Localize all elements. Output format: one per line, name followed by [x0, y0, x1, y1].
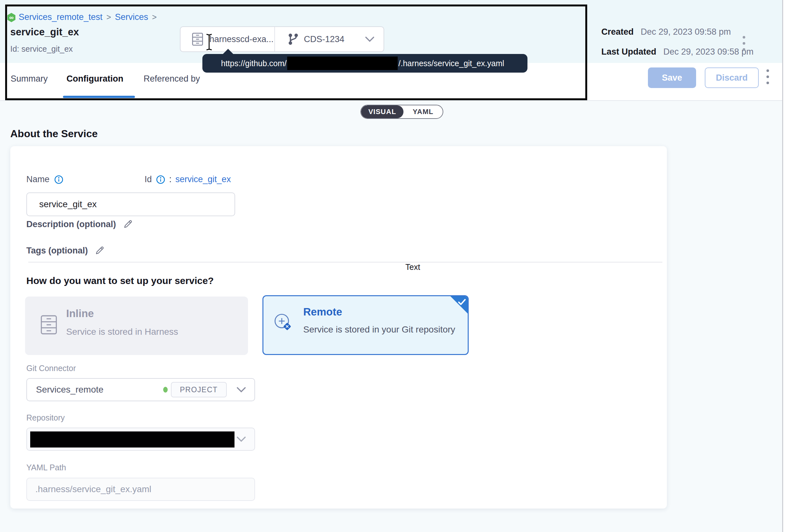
- yaml-toggle-button[interactable]: YAML: [403, 106, 443, 118]
- edit-pencil-icon[interactable]: [122, 219, 133, 230]
- repository-select[interactable]: [26, 428, 255, 451]
- discard-button[interactable]: Discard: [705, 68, 759, 88]
- tab-summary[interactable]: Summary: [11, 74, 48, 84]
- id-colon: :: [169, 174, 172, 184]
- remote-git-icon: [272, 312, 292, 332]
- inline-option-card[interactable]: Inline Service is stored in Harness: [25, 297, 248, 355]
- breadcrumb: Services_remote_test > Services >: [19, 12, 157, 22]
- remote-option-title: Remote: [303, 306, 342, 318]
- git-connector-value: Services_remote: [36, 384, 103, 395]
- toolbar-more-options-button[interactable]: [766, 70, 769, 84]
- visual-toggle-button[interactable]: VISUAL: [361, 106, 403, 118]
- last-updated-label: Last Updated: [601, 47, 656, 57]
- tab-configuration[interactable]: Configuration: [66, 74, 123, 84]
- edit-pencil-icon[interactable]: [94, 245, 105, 256]
- yaml-url-tooltip: https://github.com/ /.harness/service_gi…: [203, 54, 528, 73]
- remote-option-card[interactable]: Remote Service is stored in your Git rep…: [263, 295, 469, 355]
- repo-selector-section[interactable]: harnesscd-exa...: [180, 27, 274, 51]
- name-input[interactable]: [26, 192, 235, 216]
- created-label: Created: [601, 27, 634, 37]
- info-icon[interactable]: [156, 175, 166, 184]
- repository-label: Repository: [26, 413, 65, 422]
- scope-badge: PROJECT: [171, 382, 227, 397]
- last-updated-meta: Last Updated Dec 29, 2023 09:58 pm: [601, 47, 753, 57]
- checkmark-icon: [458, 299, 466, 305]
- text-cursor-icon: [205, 33, 213, 51]
- section-divider: [28, 262, 663, 263]
- created-meta: Created Dec 29, 2023 09:58 pm: [601, 27, 731, 37]
- id-display-row: Id : service_git_ex: [145, 174, 231, 184]
- id-label: Id: [145, 174, 152, 184]
- breadcrumb-project-link[interactable]: Services_remote_test: [19, 12, 102, 22]
- repository-icon: [191, 33, 204, 46]
- page-title: service_git_ex: [10, 26, 79, 38]
- git-connector-select[interactable]: Services_remote PROJECT: [26, 378, 255, 401]
- created-value: Dec 29, 2023 09:58 pm: [641, 27, 731, 37]
- tooltip-url-prefix: https://github.com/: [221, 59, 287, 68]
- tags-row: Tags (optional): [26, 245, 105, 256]
- setup-question-heading: How do you want to set up your service?: [26, 275, 214, 286]
- service-configuration-page: ∞ Services_remote_test > Services > serv…: [0, 0, 805, 532]
- remote-option-subtitle: Service is stored in your Git repository: [303, 324, 455, 335]
- inline-option-subtitle: Service is stored in Harness: [66, 327, 178, 337]
- name-label: Name: [26, 174, 50, 184]
- description-row: Description (optional): [26, 219, 133, 230]
- active-tab-underline: [63, 96, 135, 98]
- service-id-text: Id: service_git_ex: [10, 44, 73, 54]
- inline-storage-icon: [40, 315, 58, 335]
- last-updated-value: Dec 29, 2023 09:58 pm: [663, 47, 753, 57]
- yaml-path-label: YAML Path: [26, 463, 66, 472]
- redacted-repository-value: [30, 432, 234, 448]
- repo-name-text: harnesscd-exa...: [209, 34, 274, 44]
- description-label: Description (optional): [26, 220, 116, 229]
- yaml-path-input[interactable]: [26, 478, 255, 501]
- breadcrumb-separator-icon: >: [152, 13, 157, 22]
- save-button[interactable]: Save: [648, 68, 696, 88]
- page-right-margin: [782, 0, 805, 532]
- id-value-link[interactable]: service_git_ex: [175, 174, 231, 184]
- header-more-options-button[interactable]: [743, 36, 745, 51]
- inline-option-title: Inline: [66, 307, 94, 320]
- floating-text-label: Text: [405, 263, 420, 272]
- tooltip-url-suffix: /.harness/service_git_ex.yaml: [398, 59, 504, 68]
- redacted-url-segment: [287, 57, 398, 70]
- tab-referenced-by[interactable]: Referenced by: [143, 74, 200, 84]
- breadcrumb-services-link[interactable]: Services: [115, 12, 148, 22]
- visual-yaml-toggle: VISUAL YAML: [360, 105, 443, 119]
- service-config-card: Name Id : service_git_ex Description (op…: [10, 146, 667, 509]
- tags-label: Tags (optional): [26, 246, 88, 256]
- chevron-down-icon: [236, 436, 246, 442]
- git-branch-icon: [287, 33, 299, 45]
- breadcrumb-separator-icon: >: [106, 13, 111, 22]
- chevron-down-icon: [236, 387, 246, 393]
- about-service-heading: About the Service: [10, 128, 98, 140]
- chevron-down-icon: [365, 36, 375, 42]
- branch-name-text: CDS-1234: [304, 34, 344, 44]
- branch-selector-section[interactable]: CDS-1234: [274, 27, 384, 51]
- info-icon[interactable]: [54, 175, 63, 184]
- name-label-row: Name: [26, 174, 63, 184]
- connector-status-dot: [163, 387, 168, 393]
- git-connector-label: Git Connector: [26, 364, 76, 373]
